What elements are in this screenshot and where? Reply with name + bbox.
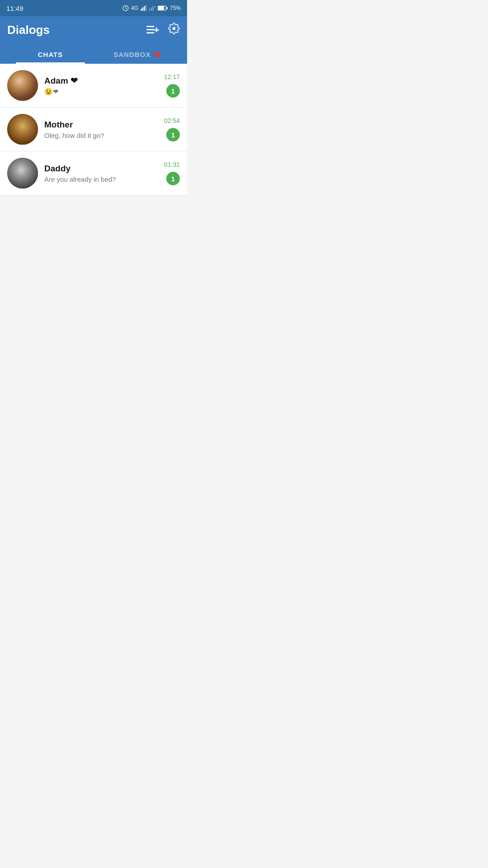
svg-rect-13 [146,29,155,30]
header: Dialogs CHATS [0,16,187,64]
settings-button[interactable] [168,23,180,37]
svg-rect-2 [142,7,143,11]
svg-rect-7 [153,6,154,10]
svg-point-38 [14,176,32,185]
header-top: Dialogs [7,23,180,37]
avatar-mother-image [7,114,38,145]
svg-point-39 [22,168,23,170]
chat-time-adam: 12:17 [164,73,180,80]
chat-preview-mother: Oleg, how did it go? [44,132,158,139]
chat-item-mother[interactable]: Mother Oleg, how did it go? 02:54 1 [0,108,187,151]
svg-rect-16 [154,29,159,31]
chat-item-daddy[interactable]: Daddy Are you already in bed? 01:31 1 [0,151,187,195]
page-title: Dialogs [7,23,50,37]
chat-info-adam: Adam ❤ 😉❤ [44,75,158,96]
signal-x-icon: ✕ [149,5,155,11]
chat-name-adam: Adam ❤ [44,75,158,86]
svg-rect-6 [151,7,152,11]
svg-point-33 [7,158,38,189]
svg-rect-14 [146,32,155,33]
svg-point-31 [13,130,21,138]
unread-badge-adam: 1 [166,84,180,98]
svg-point-22 [19,81,21,83]
status-icons: 4G ✕ 75% [122,5,181,11]
svg-rect-3 [144,6,145,10]
svg-point-42 [19,175,21,176]
chat-right-daddy: 01:31 1 [164,161,180,185]
new-chat-icon [146,25,159,35]
chat-list: Adam ❤ 😉❤ 12:17 1 [0,64,187,195]
svg-point-20 [15,84,30,94]
svg-point-36 [13,172,23,183]
svg-rect-10 [158,6,164,10]
svg-point-21 [16,74,29,81]
avatar-mother [7,114,38,145]
svg-point-37 [14,171,22,179]
settings-icon [168,23,180,34]
chat-name-mother: Mother [44,120,158,130]
svg-point-34 [19,163,30,176]
svg-point-29 [16,116,25,123]
svg-point-30 [18,125,28,137]
svg-rect-12 [146,26,155,27]
svg-point-28 [23,117,33,125]
status-bar: 11:49 4G ✕ 75% [0,0,187,16]
avatar-daddy-image [7,158,38,189]
header-actions [146,23,180,37]
svg-point-27 [10,117,23,127]
clock-icon [122,5,129,11]
svg-point-17 [173,27,176,30]
avatar-adam-image [7,70,38,101]
unread-badge-mother: 1 [166,128,180,142]
new-chat-button[interactable] [146,25,159,35]
chat-time-mother: 02:54 [164,117,180,124]
chat-info-daddy: Daddy Are you already in bed? [44,164,158,183]
signal-icon [141,5,147,11]
svg-point-19 [16,75,29,90]
chat-right-adam: 12:17 1 [164,73,180,98]
svg-rect-4 [145,5,146,11]
avatar-adam [7,70,38,101]
chat-preview-daddy: Are you already in bed? [44,175,158,183]
svg-point-26 [7,127,38,145]
svg-point-35 [19,163,30,169]
chat-preview-adam: 😉❤ [44,88,158,96]
svg-point-23 [24,81,26,83]
chat-info-mother: Mother Oleg, how did it go? [44,120,158,139]
svg-point-25 [7,114,38,145]
tabs: CHATS SANDBOX [7,45,180,64]
avatar-daddy [7,158,38,189]
svg-point-18 [7,70,38,101]
chat-time-daddy: 01:31 [164,161,180,168]
unread-badge-daddy: 1 [166,172,180,185]
sandbox-notification-dot [155,52,160,57]
chat-item-adam[interactable]: Adam ❤ 😉❤ 12:17 1 [0,64,187,108]
svg-text:✕: ✕ [154,5,155,9]
battery-label: 75% [170,5,181,11]
svg-rect-5 [150,9,150,11]
chat-right-mother: 02:54 1 [164,117,180,142]
tab-sandbox[interactable]: SANDBOX [94,45,180,64]
svg-point-41 [17,175,18,176]
svg-point-32 [18,124,28,129]
chat-name-daddy: Daddy [44,164,158,174]
svg-rect-11 [167,7,168,9]
battery-icon [158,5,168,11]
network-label: 4G [131,5,138,11]
svg-rect-1 [141,9,142,11]
tab-chats[interactable]: CHATS [7,45,94,64]
svg-point-40 [26,168,28,170]
status-time: 11:49 [6,5,23,12]
svg-point-24 [12,91,33,101]
